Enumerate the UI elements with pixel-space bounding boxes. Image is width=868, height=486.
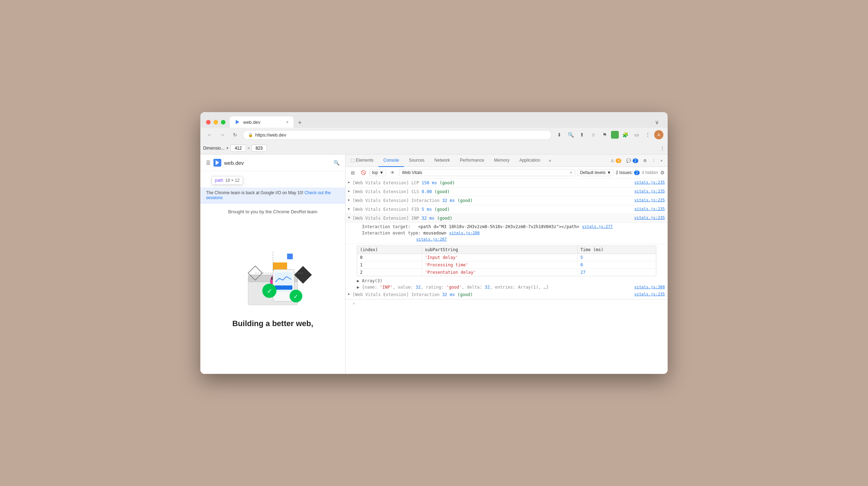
expand-button[interactable]: ▶ — [347, 292, 351, 296]
clear-filter-button[interactable]: × — [570, 170, 572, 175]
hero-title: Building a better web, — [232, 319, 313, 328]
log-source[interactable]: vitals.js:277 — [582, 224, 613, 229]
object-entry[interactable]: ▶ {name: 'INP', value: 32, rating: 'good… — [346, 284, 668, 290]
tab-favicon-icon — [235, 119, 240, 125]
more-button[interactable]: ⋮ — [643, 130, 653, 140]
devtools-close-button[interactable]: × — [658, 157, 665, 164]
avatar-button[interactable]: A — [654, 130, 663, 139]
tab-elements[interactable]: ⬚ Elements — [346, 155, 378, 167]
eye-button[interactable]: 👁 — [388, 168, 397, 177]
levels-label: Default levels — [580, 170, 605, 175]
back-button[interactable]: ← — [205, 130, 215, 140]
tab-menu-button[interactable]: ∨ — [652, 117, 662, 127]
expand-button[interactable]: ▶ — [347, 180, 351, 185]
info-count: 2 — [633, 158, 638, 163]
expand-button[interactable]: ▶ — [357, 278, 359, 283]
log-source[interactable]: vitals.js:235 — [634, 291, 665, 297]
log-source[interactable]: vitals.js:287 — [416, 237, 447, 242]
tab-application[interactable]: Application — [514, 155, 545, 167]
search-button[interactable]: 🔍 — [333, 160, 339, 166]
new-tab-button[interactable]: + — [295, 118, 305, 128]
table-cell-index: 2 — [357, 269, 422, 276]
console-settings-button[interactable]: ⚙ — [660, 170, 665, 175]
tab-performance[interactable]: Performance — [455, 155, 489, 167]
log-source[interactable]: vitals.js:308 — [634, 285, 665, 289]
issues-label: 2 Issues: — [616, 170, 633, 175]
info-badge[interactable]: 💬 2 — [624, 157, 640, 164]
filter-input[interactable] — [402, 170, 568, 175]
tabs-area: web.dev × + — [230, 116, 648, 128]
extension-green-button[interactable] — [611, 131, 619, 139]
dimension-preset-label[interactable]: Dimensio... — [203, 146, 224, 151]
expand-button[interactable]: ▼ — [347, 216, 351, 220]
log-source[interactable]: vitals.js:235 — [634, 206, 665, 212]
sidebar-panel-button[interactable]: ▤ — [348, 168, 357, 177]
lock-icon: 🔒 — [248, 133, 253, 137]
tab-console[interactable]: Console — [378, 155, 404, 167]
close-window-button[interactable] — [206, 120, 211, 125]
devtools-more-button[interactable]: ⋮ — [650, 157, 658, 164]
toolbar-actions: ⬇ 🔍 ⬆ ☆ ⚑ 🧩 ▭ ⋮ A — [554, 130, 663, 140]
forward-button[interactable]: → — [217, 130, 227, 140]
minimize-window-button[interactable] — [213, 120, 218, 125]
log-source[interactable]: vitals.js:235 — [634, 215, 665, 221]
download-button[interactable]: ⬇ — [554, 130, 564, 140]
maximize-window-button[interactable] — [221, 120, 225, 125]
flag-button[interactable]: ⚑ — [600, 130, 610, 140]
expand-button[interactable]: ▶ — [347, 198, 351, 202]
svg-marker-0 — [236, 120, 239, 124]
svg-rect-7 — [287, 254, 293, 259]
detail-value: <path d="M3 18h18v-2H3v2zm0-5h18v-2H3v2z… — [418, 224, 579, 229]
list-item[interactable]: ▶ [Web Vitals Extension] CLS 0.00 (good)… — [346, 187, 668, 196]
dropdown-icon: ▼ — [226, 146, 229, 150]
tab-memory[interactable]: Memory — [489, 155, 514, 167]
reload-button[interactable]: ↻ — [230, 130, 240, 140]
svg-text:✓: ✓ — [267, 288, 272, 295]
browser-tab[interactable]: web.dev × — [230, 116, 293, 128]
path-tooltip: path 18 × 12 — [206, 173, 249, 187]
array-entry[interactable]: ▶ Array(3) — [346, 278, 668, 284]
table-row: 2 'Presentation delay' 27 — [357, 269, 656, 276]
title-bar: web.dev × + ∨ — [200, 112, 668, 128]
path-tooltip-label: path — [215, 178, 223, 183]
tab-close-button[interactable]: × — [286, 120, 289, 124]
list-item[interactable]: ▶ [Web Vitals Extension] LCP 158 ms (goo… — [346, 179, 668, 187]
list-item[interactable]: ▼ [Web Vitals Extension] INP 32 ms (good… — [346, 214, 668, 223]
table-cell-time: 0 — [577, 261, 656, 269]
bookmark-button[interactable]: ☆ — [588, 130, 598, 140]
address-field[interactable]: 🔒 https://web.dev — [243, 130, 552, 140]
width-input[interactable] — [230, 145, 246, 152]
warning-badge[interactable]: ⚠ 4 — [609, 157, 623, 164]
tab-network[interactable]: Network — [429, 155, 455, 167]
devtools-settings-button[interactable]: ⚙ — [641, 157, 649, 164]
height-input[interactable] — [251, 145, 267, 152]
log-source[interactable]: vitals.js:280 — [449, 231, 480, 235]
context-selector[interactable]: top ▼ — [370, 169, 386, 176]
sidebar-button[interactable]: ▭ — [632, 130, 641, 140]
webdev-logo: ☰ web.dev — [206, 159, 244, 167]
warning-count: 4 — [616, 158, 621, 163]
expand-button[interactable]: ▶ — [347, 189, 351, 193]
hamburger-icon[interactable]: ☰ — [206, 160, 211, 166]
expand-button[interactable]: ▶ — [347, 207, 351, 211]
more-tabs-button[interactable]: » — [545, 158, 555, 163]
levels-selector[interactable]: Default levels ▼ — [577, 169, 613, 176]
log-text: [Web Vitals Extension] CLS 0.00 (good) — [353, 189, 632, 195]
list-item[interactable]: ▶ [Web Vitals Extension] Interaction 32 … — [346, 290, 668, 299]
tab-title: web.dev — [243, 120, 260, 125]
list-item[interactable]: ▶ [Web Vitals Extension] Interaction 32 … — [346, 196, 668, 205]
puzzle-button[interactable]: 🧩 — [620, 130, 630, 140]
log-source[interactable]: vitals.js:235 — [634, 180, 665, 186]
tab-sources[interactable]: Sources — [404, 155, 429, 167]
list-item[interactable]: ▶ [Web Vitals Extension] FID 5 ms (good)… — [346, 205, 668, 214]
log-source[interactable]: vitals.js:235 — [634, 197, 665, 203]
more-options-btn[interactable]: ⋮ — [660, 145, 665, 151]
share-button[interactable]: ⬆ — [577, 130, 587, 140]
issues-count: 2 Issues: 2 — [616, 170, 640, 175]
console-table: (index) subPartString Time (ms) 0 'Input… — [357, 245, 656, 276]
clear-console-button[interactable]: 🚫 — [359, 168, 367, 177]
log-source[interactable]: vitals.js:235 — [634, 189, 665, 195]
table-cell-subpart: 'Processing time' — [422, 261, 578, 269]
zoom-button[interactable]: 🔍 — [566, 130, 576, 140]
expand-button[interactable]: ▶ — [357, 285, 359, 290]
